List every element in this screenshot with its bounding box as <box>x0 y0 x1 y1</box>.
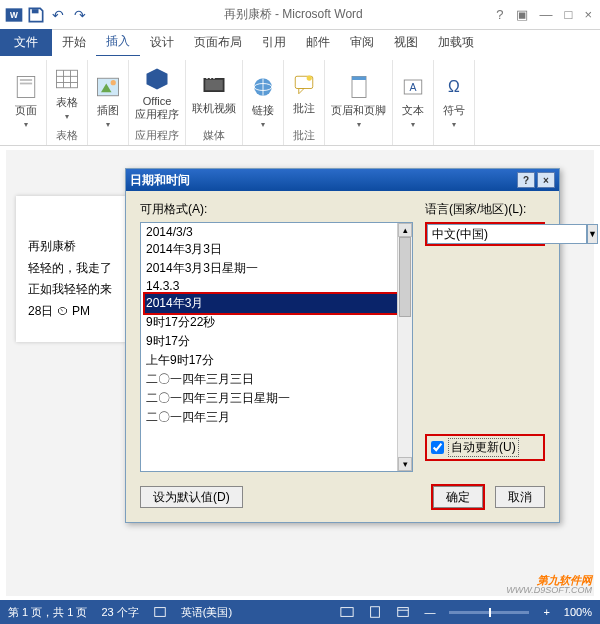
svg-rect-34 <box>398 608 409 617</box>
document-page[interactable]: 再别康桥 轻轻的，我走了 正如我轻轻的来 28日 ⏲ PM <box>16 196 126 342</box>
language-combobox[interactable]: ▼ <box>425 222 545 246</box>
undo-icon[interactable]: ↶ <box>48 5 68 25</box>
ribbon-toggle-icon[interactable]: ▣ <box>516 7 528 22</box>
list-item[interactable]: 2014年3月3日星期一 <box>143 259 410 278</box>
ribbon-tabs: 文件 开始 插入 设计 页面布局 引用 邮件 审阅 视图 加载项 <box>0 30 600 56</box>
tab-addins[interactable]: 加载项 <box>428 29 484 56</box>
list-item[interactable]: 二〇一四年三月 <box>143 408 410 427</box>
svg-text:W: W <box>10 10 18 20</box>
dialog-help-icon[interactable]: ? <box>517 172 535 188</box>
list-item[interactable]: 二〇一四年三月三日 <box>143 370 410 389</box>
tab-view[interactable]: 视图 <box>384 29 428 56</box>
dialog-title: 日期和时间 <box>130 172 190 189</box>
chevron-down-icon[interactable]: ▼ <box>587 224 598 244</box>
status-words[interactable]: 23 个字 <box>101 605 138 620</box>
watermark-line2: WWW.D9SOFT.COM <box>506 586 592 596</box>
scroll-thumb[interactable] <box>399 237 411 317</box>
tab-design[interactable]: 设计 <box>140 29 184 56</box>
svg-rect-6 <box>57 70 78 88</box>
doc-line: 正如我轻轻的来 <box>28 279 114 301</box>
view-print-icon[interactable] <box>368 605 382 619</box>
svg-rect-16 <box>205 79 223 90</box>
tab-references[interactable]: 引用 <box>252 29 296 56</box>
tab-insert[interactable]: 插入 <box>96 28 140 56</box>
redo-icon[interactable]: ↷ <box>70 5 90 25</box>
zoom-slider[interactable] <box>449 611 529 614</box>
svg-point-18 <box>210 77 212 79</box>
svg-rect-33 <box>371 607 380 618</box>
minimize-icon[interactable]: — <box>540 7 553 22</box>
text-label: 文本 <box>402 103 424 118</box>
svg-text:A: A <box>409 80 416 92</box>
listbox-scrollbar[interactable]: ▴ ▾ <box>397 223 412 471</box>
list-item[interactable]: 9时17分 <box>143 332 410 351</box>
auto-update-checkbox-row[interactable]: 自动更新(U) <box>425 434 545 461</box>
statusbar: 第 1 页，共 1 页 23 个字 英语(美国) — + 100% <box>0 600 600 624</box>
zoom-level[interactable]: 100% <box>564 606 592 618</box>
office-apps-label: Office 应用程序 <box>135 95 179 122</box>
header-footer-button[interactable]: 页眉和页脚▾ <box>331 73 386 129</box>
close-icon[interactable]: × <box>584 7 592 22</box>
ok-button[interactable]: 确定 <box>433 486 483 508</box>
scroll-up-icon[interactable]: ▴ <box>398 223 412 237</box>
formats-label: 可用格式(A): <box>140 201 413 218</box>
list-item[interactable]: 2014/3/3 <box>143 224 410 240</box>
language-input[interactable] <box>427 224 587 244</box>
formats-listbox[interactable]: 2014/3/3 2014年3月3日 2014年3月3日星期一 14.3.3 2… <box>140 222 413 472</box>
doc-line: 轻轻的，我走了 <box>28 258 114 280</box>
list-item-selected[interactable]: 2014年3月 <box>143 292 410 315</box>
pages-button[interactable]: 页面▾ <box>12 73 40 129</box>
illustrations-button[interactable]: 插图▾ <box>94 73 122 129</box>
group-tables-label: 表格 <box>56 126 78 145</box>
illustrations-label: 插图 <box>97 103 119 118</box>
set-default-button[interactable]: 设为默认值(D) <box>140 486 243 508</box>
list-item[interactable]: 9时17分22秒 <box>143 313 410 332</box>
zoom-in-icon[interactable]: + <box>543 606 549 618</box>
svg-point-13 <box>111 80 116 85</box>
links-button[interactable]: 链接▾ <box>249 73 277 129</box>
view-read-icon[interactable] <box>340 605 354 619</box>
spellcheck-icon[interactable] <box>153 605 167 619</box>
text-button[interactable]: A文本▾ <box>399 73 427 129</box>
zoom-out-icon[interactable]: — <box>424 606 435 618</box>
online-video-button[interactable]: 联机视频 <box>192 71 236 116</box>
scroll-down-icon[interactable]: ▾ <box>398 457 412 471</box>
tab-home[interactable]: 开始 <box>52 29 96 56</box>
auto-update-label: 自动更新(U) <box>448 438 519 457</box>
table-button[interactable]: 表格▾ <box>53 65 81 121</box>
ribbon: 页面▾ 表格▾表格 插图▾ Office 应用程序应用程序 联机视频媒体 链接▾… <box>0 56 600 146</box>
svg-point-17 <box>206 77 208 79</box>
list-item[interactable]: 上午9时17分 <box>143 351 410 370</box>
dialog-close-icon[interactable]: × <box>537 172 555 188</box>
list-item[interactable]: 2014年3月3日 <box>143 240 410 259</box>
tab-pagelayout[interactable]: 页面布局 <box>184 29 252 56</box>
group-media-label: 媒体 <box>203 126 225 145</box>
list-item[interactable]: 二〇一四年三月三日星期一 <box>143 389 410 408</box>
tab-file[interactable]: 文件 <box>0 29 52 56</box>
help-icon[interactable]: ? <box>496 7 503 22</box>
tab-review[interactable]: 审阅 <box>340 29 384 56</box>
watermark: 第九软件网 WWW.D9SOFT.COM <box>506 574 592 596</box>
cancel-button[interactable]: 取消 <box>495 486 545 508</box>
doc-line: 28日 ⏲ PM <box>28 301 114 323</box>
svg-rect-4 <box>20 79 32 81</box>
language-label: 语言(国家/地区)(L): <box>425 201 545 218</box>
header-footer-label: 页眉和页脚 <box>331 103 386 118</box>
status-language[interactable]: 英语(美国) <box>181 605 232 620</box>
tab-mailings[interactable]: 邮件 <box>296 29 340 56</box>
maximize-icon[interactable]: □ <box>565 7 573 22</box>
comments-button[interactable]: 批注 <box>290 71 318 116</box>
svg-marker-24 <box>299 88 304 93</box>
auto-update-checkbox[interactable] <box>431 441 444 454</box>
view-web-icon[interactable] <box>396 605 410 619</box>
pages-label: 页面 <box>15 103 37 118</box>
symbols-button[interactable]: Ω符号▾ <box>440 73 468 129</box>
links-label: 链接 <box>252 103 274 118</box>
status-page[interactable]: 第 1 页，共 1 页 <box>8 605 87 620</box>
office-apps-button[interactable]: Office 应用程序 <box>135 65 179 122</box>
svg-point-19 <box>213 77 215 79</box>
svg-marker-14 <box>147 68 168 89</box>
svg-rect-31 <box>155 608 166 617</box>
save-icon[interactable] <box>26 5 46 25</box>
svg-text:Ω: Ω <box>448 78 460 95</box>
